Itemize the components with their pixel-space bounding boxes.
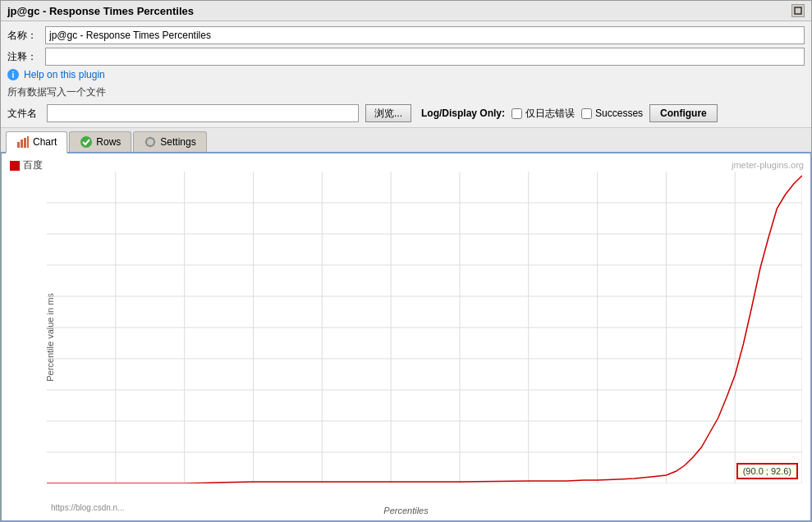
info-icon: i (7, 69, 19, 80)
window-controls (791, 4, 805, 17)
svg-rect-0 (795, 7, 801, 14)
comment-input[interactable] (45, 48, 805, 66)
svg-rect-2 (21, 140, 23, 148)
legend-label: 百度 (23, 158, 43, 172)
file-row: 文件名 浏览... Log/Display Only: 仅日志错误 Succes… (7, 104, 805, 122)
tab-rows-label: Rows (96, 136, 121, 148)
log-section: Log/Display Only: 仅日志错误 Successes Config… (421, 104, 718, 122)
chart-watermark: jmeter-plugins.org (732, 160, 804, 170)
title-bar: jp@gc - Response Times Percentiles (1, 1, 811, 21)
tab-chart[interactable]: Chart (6, 131, 67, 153)
maximize-button[interactable] (791, 4, 805, 17)
chart-svg: 10 000 9 000 8 000 7 000 6 000 5 000 4 0… (47, 172, 802, 483)
form-area: 名称： 注释： i Help on this plugin 所有数据写入一个文件… (1, 21, 811, 128)
tooltip-text: (90.0 ; 92.6) (743, 466, 791, 476)
file-label: 文件名 (7, 107, 40, 121)
comment-row: 注释： (7, 48, 805, 66)
svg-rect-4 (27, 136, 29, 148)
chart-icon (16, 135, 30, 149)
log-display-label: Log/Display Only: (421, 108, 505, 119)
svg-rect-1 (17, 142, 20, 148)
successes-checkbox-group: Successes (581, 108, 643, 119)
rows-icon (80, 135, 93, 149)
tab-rows[interactable]: Rows (69, 131, 131, 152)
comment-label: 注释： (7, 50, 40, 64)
tab-settings[interactable]: Settings (133, 131, 206, 152)
note-text: 所有数据写入一个文件 (7, 84, 106, 101)
settings-icon (144, 135, 157, 149)
help-row: i Help on this plugin (7, 69, 805, 80)
tooltip-box: (90.0 ; 92.6) (736, 463, 798, 479)
errors-checkbox-group: 仅日志错误 (512, 107, 575, 121)
configure-button[interactable]: Configure (649, 104, 718, 122)
chart-container: jmeter-plugins.org 百度 Percentile value i… (1, 153, 811, 521)
successes-checkbox[interactable] (581, 108, 592, 119)
svg-point-5 (80, 136, 92, 148)
url-watermark: https://blog.csdn.n... (51, 503, 125, 512)
chart-inner: jmeter-plugins.org 百度 Percentile value i… (2, 153, 810, 520)
tab-settings-label: Settings (160, 136, 195, 148)
svg-rect-3 (24, 138, 26, 148)
help-link[interactable]: Help on this plugin (24, 69, 105, 80)
name-label: 名称： (7, 29, 40, 43)
file-input[interactable] (47, 104, 359, 122)
note-row: 所有数据写入一个文件 (7, 84, 805, 101)
tab-chart-label: Chart (33, 136, 57, 148)
legend-color (10, 161, 20, 171)
successes-label: Successes (595, 108, 643, 119)
errors-checkbox[interactable] (512, 108, 522, 119)
main-window: jp@gc - Response Times Percentiles 名称： 注… (0, 0, 812, 522)
svg-point-9 (148, 140, 153, 144)
tabs-bar: Chart Rows Settings (1, 128, 811, 153)
browse-button[interactable]: 浏览... (365, 104, 411, 122)
window-title: jp@gc - Response Times Percentiles (7, 5, 194, 17)
x-axis-label: Percentiles (383, 506, 428, 515)
name-row: 名称： (7, 26, 805, 44)
errors-label: 仅日志错误 (525, 107, 575, 121)
name-input[interactable] (45, 26, 805, 44)
legend-area: 百度 (10, 158, 43, 172)
